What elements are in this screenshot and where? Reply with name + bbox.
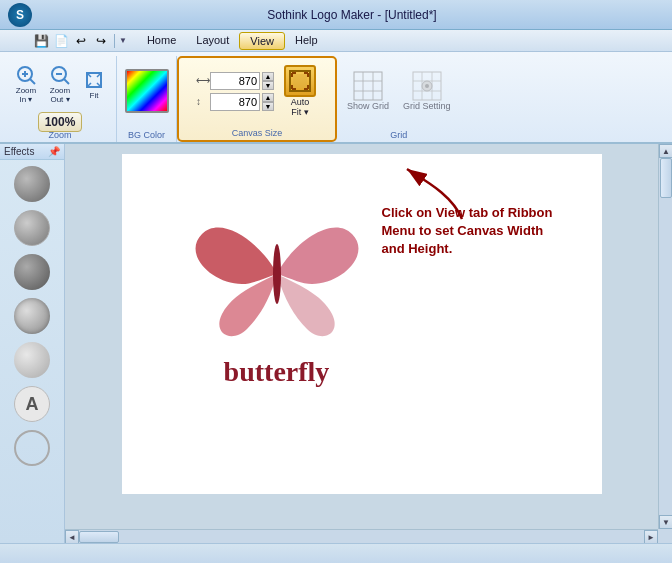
- menu-layout[interactable]: Layout: [186, 32, 239, 50]
- butterfly-svg: [182, 184, 372, 364]
- zoom-out-label2: Out ▾: [50, 95, 69, 104]
- zoom-out-label: Zoom: [50, 86, 70, 95]
- show-grid-button[interactable]: Show Grid: [343, 69, 393, 113]
- effect-item-3[interactable]: [14, 254, 50, 290]
- canvas-size-label: Canvas Size: [232, 128, 283, 140]
- scroll-down-button[interactable]: ▼: [659, 515, 672, 529]
- title-bar: S Sothink Logo Maker - [Untitled*]: [0, 0, 672, 30]
- h-scroll-track[interactable]: [79, 530, 644, 543]
- canvas-height-input[interactable]: [210, 93, 260, 111]
- height-spin-down[interactable]: ▼: [262, 102, 274, 111]
- grid-setting-button[interactable]: Grid Setting: [399, 69, 455, 113]
- ribbon-group-canvas-size: ⟷ ▲ ▼ ↕ ▲ ▼: [177, 56, 337, 142]
- effect-item-1[interactable]: [14, 166, 50, 202]
- save-button[interactable]: 💾: [32, 32, 50, 50]
- scroll-left-button[interactable]: ◄: [65, 530, 79, 543]
- zoom-in-button[interactable]: Zoom In ▾: [10, 58, 42, 110]
- quick-access-dropdown[interactable]: ▼: [119, 36, 127, 45]
- zoom-100-button[interactable]: 100%: [38, 112, 83, 132]
- ribbon-group-grid: Show Grid Grid Setting G: [337, 56, 461, 142]
- auto-fit-label: Auto: [291, 97, 310, 107]
- bg-color-swatch[interactable]: [125, 69, 169, 113]
- scroll-up-button[interactable]: ▲: [659, 144, 672, 158]
- menu-bar: 💾 📄 ↩ ↪ ▼ Home Layout View Help: [0, 30, 672, 52]
- menu-help[interactable]: Help: [285, 32, 328, 50]
- grid-setting-icon: [412, 71, 442, 101]
- fit-button[interactable]: Fit: [78, 58, 110, 110]
- height-spinners: ▲ ▼: [262, 93, 274, 111]
- vertical-scrollbar[interactable]: ▲ ▼: [658, 144, 672, 529]
- width-spin-up[interactable]: ▲: [262, 72, 274, 81]
- svg-line-6: [64, 79, 69, 84]
- svg-point-21: [425, 84, 429, 88]
- zoom-out-button[interactable]: Zoom Out ▾: [44, 58, 76, 110]
- v-scroll-thumb[interactable]: [660, 158, 672, 198]
- fit-label: Fit: [90, 91, 99, 100]
- effects-list: A: [0, 160, 64, 472]
- width-spin-down[interactable]: ▼: [262, 81, 274, 90]
- effect-item-5[interactable]: [14, 342, 50, 378]
- effect-item-2[interactable]: [14, 210, 50, 246]
- svg-line-3: [30, 79, 35, 84]
- v-scroll-track[interactable]: [659, 158, 672, 515]
- canvas-height-row: ↕ ▲ ▼: [196, 93, 274, 111]
- height-spin-up[interactable]: ▲: [262, 93, 274, 102]
- grid-group-label: Grid: [390, 130, 407, 142]
- auto-fit-icon: [284, 65, 316, 97]
- app-logo: S: [8, 3, 32, 27]
- zoom-in-label2: In ▾: [20, 95, 33, 104]
- height-icon: ↕: [196, 96, 208, 107]
- canvas-size-inputs: ⟷ ▲ ▼ ↕ ▲ ▼: [196, 72, 274, 111]
- svg-point-22: [273, 244, 281, 304]
- redo-button[interactable]: ↪: [92, 32, 110, 50]
- menu-home[interactable]: Home: [137, 32, 186, 50]
- horizontal-scrollbar[interactable]: ◄ ►: [65, 529, 658, 543]
- ribbon-group-zoom: Zoom In ▾ Zoom Out ▾: [4, 56, 117, 142]
- grid-setting-label: Grid Setting: [403, 101, 451, 111]
- svg-rect-9: [293, 74, 307, 88]
- title-bar-text: Sothink Logo Maker - [Untitled*]: [40, 8, 664, 22]
- zoom-group-label: Zoom: [48, 130, 71, 142]
- ribbon-group-bg-color: BG Color: [117, 56, 177, 142]
- width-icon: ⟷: [196, 75, 208, 86]
- canvas-white: butterfly Click on View tab of Ribbon Me…: [122, 154, 602, 494]
- new-button[interactable]: 📄: [52, 32, 70, 50]
- auto-fit-button[interactable]: Auto Fit ▾: [282, 63, 318, 119]
- width-spinners: ▲ ▼: [262, 72, 274, 90]
- main-canvas-wrapper: butterfly Click on View tab of Ribbon Me…: [65, 144, 672, 543]
- effect-item-letter[interactable]: A: [14, 386, 50, 422]
- effect-item-4[interactable]: [14, 298, 50, 334]
- show-grid-icon: [353, 71, 383, 101]
- ribbon: Zoom In ▾ Zoom Out ▾: [0, 52, 672, 144]
- annotation: Click on View tab of Ribbon Menu to set …: [382, 204, 562, 259]
- quick-access-toolbar: 💾 📄 ↩ ↪ ▼: [32, 32, 127, 50]
- zoom-100-value: 100%: [45, 115, 76, 129]
- h-scroll-thumb[interactable]: [79, 531, 119, 543]
- canvas-width-row: ⟷ ▲ ▼: [196, 72, 274, 90]
- svg-rect-10: [354, 72, 382, 100]
- effects-panel: Effects 📌 A: [0, 144, 65, 543]
- effect-item-outline[interactable]: [14, 430, 50, 466]
- canvas-scroll-area[interactable]: butterfly Click on View tab of Ribbon Me…: [65, 144, 658, 529]
- annotation-arrow: [402, 164, 482, 224]
- divider: [114, 34, 115, 48]
- scrollbar-corner: [658, 529, 672, 543]
- scroll-right-button[interactable]: ►: [644, 530, 658, 543]
- bg-color-button[interactable]: [125, 69, 169, 113]
- bg-color-label: BG Color: [128, 130, 165, 142]
- butterfly-graphic: butterfly: [182, 184, 372, 388]
- canvas-width-input[interactable]: [210, 72, 260, 90]
- status-bar: [0, 543, 672, 563]
- app-body: Effects 📌 A: [0, 144, 672, 543]
- menu-view[interactable]: View: [239, 32, 285, 50]
- zoom-in-label: Zoom: [16, 86, 36, 95]
- auto-fit-label2: Fit ▾: [291, 107, 309, 117]
- show-grid-label: Show Grid: [347, 101, 389, 111]
- undo-button[interactable]: ↩: [72, 32, 90, 50]
